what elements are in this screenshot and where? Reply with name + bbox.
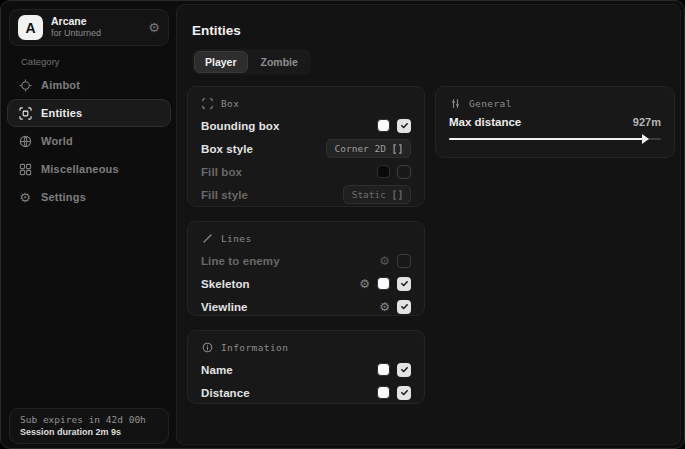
diagonal-line-icon xyxy=(201,232,214,245)
sidebar: A Arcane for Unturned ⚙ Category Aimbot xyxy=(1,1,176,448)
app-window: A Arcane for Unturned ⚙ Category Aimbot xyxy=(0,0,685,449)
tab-player[interactable]: Player xyxy=(194,51,248,73)
line-to-enemy-row: Line to enemy ⚙ xyxy=(201,250,411,271)
sidebar-item-settings[interactable]: ⚙ Settings xyxy=(7,183,171,211)
sidebar-item-label: Aimbot xyxy=(41,79,80,91)
max-distance-slider[interactable] xyxy=(449,134,661,144)
sidebar-nav: Aimbot Entities World xyxy=(7,71,171,211)
main-panel: Entities Player Zombie Box Bounding box xyxy=(176,4,681,445)
lines-card: Lines Line to enemy ⚙ Skeleton ⚙ xyxy=(187,221,425,316)
information-card: Information Name Distance xyxy=(187,330,425,404)
distance-label: Distance xyxy=(201,387,250,399)
scan-corners-icon xyxy=(201,97,214,110)
skeleton-label: Skeleton xyxy=(201,278,250,290)
sub-expiry-text: Sub expires in 42d 00h xyxy=(20,414,158,425)
gear-icon: ⚙ xyxy=(18,190,32,204)
skeleton-checkbox[interactable] xyxy=(397,277,411,291)
fill-box-label: Fill box xyxy=(201,166,242,178)
lines-card-header: Lines xyxy=(201,232,411,245)
information-card-title: Information xyxy=(221,342,288,353)
crosshair-icon xyxy=(18,78,32,92)
sidebar-item-aimbot[interactable]: Aimbot xyxy=(7,71,171,99)
grid-icon xyxy=(18,162,32,176)
subscription-footer: Sub expires in 42d 00h Session duration … xyxy=(9,408,169,444)
slider-thumb[interactable] xyxy=(642,134,649,144)
category-label: Category xyxy=(21,56,60,67)
line-to-enemy-checkbox[interactable] xyxy=(397,254,411,268)
slider-fill xyxy=(449,138,644,140)
fill-style-row: Fill style Static xyxy=(201,184,411,205)
brackets-icon xyxy=(393,190,402,200)
info-icon xyxy=(201,341,214,354)
app-titles: Arcane for Unturned xyxy=(51,16,140,39)
fill-box-row: Fill box xyxy=(201,161,411,182)
box-scan-icon xyxy=(18,106,32,120)
max-distance-value: 927m xyxy=(633,116,661,128)
line-to-enemy-label: Line to enemy xyxy=(201,255,280,267)
name-color-swatch[interactable] xyxy=(377,363,390,376)
sidebar-item-world[interactable]: World xyxy=(7,127,171,155)
brackets-icon xyxy=(393,144,402,154)
viewline-label: Viewline xyxy=(201,301,248,313)
box-style-row: Box style Corner 2D xyxy=(201,138,411,159)
app-name: Arcane xyxy=(51,16,140,28)
sidebar-item-entities[interactable]: Entities xyxy=(7,99,171,127)
distance-row: Distance xyxy=(201,382,411,403)
distance-checkbox[interactable] xyxy=(397,386,411,400)
sidebar-item-label: Entities xyxy=(41,107,82,119)
sidebar-item-label: Settings xyxy=(41,191,86,203)
bounding-box-row: Bounding box xyxy=(201,115,411,136)
general-card: General Max distance 927m xyxy=(435,86,675,158)
distance-color-swatch[interactable] xyxy=(377,386,390,399)
skeleton-row: Skeleton ⚙ xyxy=(201,273,411,294)
gear-icon[interactable]: ⚙ xyxy=(148,21,160,34)
session-duration-text: Session duration 2m 9s xyxy=(20,427,158,437)
bounding-box-label: Bounding box xyxy=(201,120,280,132)
app-header-card: A Arcane for Unturned ⚙ xyxy=(9,9,169,46)
viewline-checkbox[interactable] xyxy=(397,300,411,314)
general-card-header: General xyxy=(449,97,661,110)
app-subtitle: for Unturned xyxy=(51,29,140,39)
name-checkbox[interactable] xyxy=(397,363,411,377)
sidebar-item-miscellaneous[interactable]: Miscellaneous xyxy=(7,155,171,183)
fill-style-dropdown[interactable]: Static xyxy=(343,185,411,204)
tab-zombie[interactable]: Zombie xyxy=(250,51,309,73)
box-card: Box Bounding box Box style Corner 2D xyxy=(187,86,425,207)
app-logo: A xyxy=(18,15,43,40)
box-style-label: Box style xyxy=(201,143,253,155)
sidebar-item-label: Miscellaneous xyxy=(41,163,119,175)
information-card-header: Information xyxy=(201,341,411,354)
gear-icon[interactable]: ⚙ xyxy=(359,278,370,290)
box-style-value: Corner 2D xyxy=(335,143,386,154)
bounding-box-color-swatch[interactable] xyxy=(377,119,390,132)
fill-box-checkbox[interactable] xyxy=(397,165,411,179)
fill-box-color-swatch[interactable] xyxy=(377,165,390,178)
fill-style-label: Fill style xyxy=(201,189,248,201)
general-card-title: General xyxy=(469,98,512,109)
lines-card-title: Lines xyxy=(221,233,252,244)
tab-strip: Player Zombie xyxy=(192,49,311,75)
gear-icon[interactable]: ⚙ xyxy=(379,255,390,267)
box-card-header: Box xyxy=(201,97,411,110)
globe-icon xyxy=(18,134,32,148)
box-card-title: Box xyxy=(221,98,239,109)
skeleton-color-swatch[interactable] xyxy=(377,277,390,290)
fill-style-value: Static xyxy=(352,189,386,200)
name-row: Name xyxy=(201,359,411,380)
sidebar-item-label: World xyxy=(41,135,73,147)
page-title: Entities xyxy=(192,23,241,38)
gear-icon[interactable]: ⚙ xyxy=(379,301,390,313)
max-distance-label: Max distance xyxy=(449,116,521,128)
bounding-box-checkbox[interactable] xyxy=(397,119,411,133)
name-label: Name xyxy=(201,364,233,376)
viewline-row: Viewline ⚙ xyxy=(201,296,411,317)
max-distance-row: Max distance 927m xyxy=(449,116,661,128)
box-style-dropdown[interactable]: Corner 2D xyxy=(326,139,411,158)
sliders-icon xyxy=(449,97,462,110)
